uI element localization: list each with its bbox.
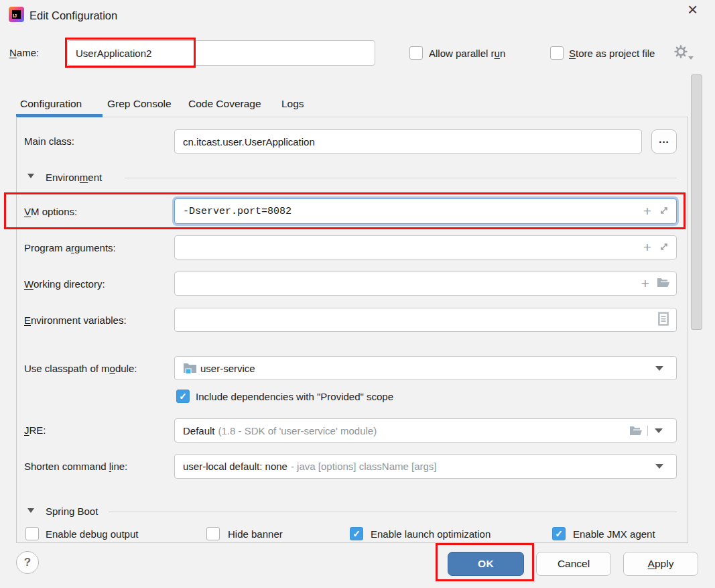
enable-debug-output-label[interactable]: Enable debug output	[46, 528, 138, 540]
store-as-project-file-checkbox[interactable]	[550, 46, 564, 60]
environment-section-label[interactable]: Environment	[46, 172, 102, 183]
tab-configuration[interactable]: Configuration	[20, 98, 82, 110]
environment-variables-input[interactable]	[175, 308, 657, 331]
environment-collapse-icon[interactable]	[27, 174, 34, 178]
folder-icon[interactable]	[657, 278, 669, 290]
vertical-scrollbar-thumb[interactable]	[691, 74, 702, 330]
tab-grep-console[interactable]: Grep Console	[107, 98, 172, 110]
shorten-dropdown-arrow-icon[interactable]	[649, 455, 669, 478]
expand-vm-options-icon[interactable]	[659, 205, 669, 218]
program-arguments-input[interactable]	[175, 236, 643, 259]
add-working-directory-icon[interactable]: +	[641, 276, 649, 290]
spring-boot-separator	[109, 512, 677, 512]
vm-options-field[interactable]: +	[174, 198, 677, 224]
module-combobox[interactable]: user-service	[174, 356, 677, 380]
environment-separator	[125, 178, 677, 178]
environment-variables-field[interactable]	[174, 308, 677, 332]
allow-parallel-run-checkbox[interactable]	[409, 46, 423, 60]
spring-boot-collapse-icon[interactable]	[27, 508, 34, 513]
name-label: Name:	[9, 47, 39, 58]
jre-value-hint: (1.8 - SDK of 'user-service' module)	[218, 425, 377, 436]
shorten-value-hint: - java [options] className [args]	[291, 461, 437, 472]
ok-button[interactable]: OK	[448, 552, 524, 576]
include-dependencies-checkbox[interactable]: ✓	[176, 390, 190, 403]
use-classpath-label: Use classpath of module:	[24, 363, 137, 374]
edit-configuration-dialog: IJ Edit Configuration × Name: Allow para…	[0, 0, 715, 588]
main-class-field[interactable]	[174, 129, 642, 154]
vm-options-label: VM options:	[24, 206, 77, 217]
shorten-command-line-label: Shorten command line:	[24, 461, 127, 472]
enable-launch-optimization-label[interactable]: Enable launch optimization	[371, 528, 491, 540]
name-field[interactable]	[67, 40, 375, 66]
jre-combobox[interactable]: Default (1.8 - SDK of 'user-service' mod…	[174, 418, 677, 443]
jre-browse-folder-icon[interactable]	[629, 426, 642, 436]
expand-program-arguments-icon[interactable]	[659, 241, 669, 254]
tab-logs[interactable]: Logs	[281, 98, 304, 110]
gear-icon[interactable]	[673, 44, 688, 61]
tab-code-coverage[interactable]: Code Coverage	[188, 98, 261, 110]
store-as-project-file-label[interactable]: Store as project file	[569, 48, 655, 59]
jre-dropdown-arrow-icon[interactable]	[647, 426, 669, 436]
environment-variables-label: Environment variables:	[24, 314, 127, 326]
enable-jmx-agent-checkbox[interactable]: ✓	[552, 527, 566, 540]
gear-dropdown-caret-icon	[688, 56, 694, 60]
main-class-input[interactable]	[175, 130, 635, 153]
jre-label: JRE:	[24, 424, 46, 436]
spring-boot-options-row: Enable debug output Hide banner ✓ Enable…	[17, 522, 688, 543]
browse-main-class-button[interactable]: ...	[651, 129, 677, 154]
allow-parallel-run-label[interactable]: Allow parallel run	[429, 48, 505, 59]
jre-value: Default	[183, 425, 215, 436]
main-class-label: Main class:	[24, 135, 74, 147]
module-folder-icon	[183, 362, 197, 374]
enable-jmx-agent-label[interactable]: Enable JMX agent	[573, 528, 655, 540]
spring-boot-section-label[interactable]: Spring Boot	[46, 506, 98, 517]
apply-button[interactable]: Apply	[623, 552, 698, 576]
hide-banner-label[interactable]: Hide banner	[228, 528, 283, 540]
add-vm-option-icon[interactable]: +	[643, 204, 651, 218]
help-button[interactable]: ?	[16, 551, 39, 574]
working-directory-field[interactable]: +	[174, 272, 677, 296]
module-dropdown-arrow-icon[interactable]	[649, 357, 669, 379]
program-arguments-label: Program arguments:	[24, 242, 116, 253]
enable-launch-optimization-checkbox[interactable]: ✓	[350, 527, 363, 540]
shorten-value: user-local default: none	[183, 461, 287, 472]
cancel-button[interactable]: Cancel	[536, 552, 611, 576]
program-arguments-field[interactable]: +	[174, 235, 677, 259]
environment-variables-list-icon[interactable]	[657, 312, 669, 328]
vm-options-input[interactable]	[175, 199, 643, 223]
add-program-argument-icon[interactable]: +	[643, 240, 651, 254]
include-dependencies-label[interactable]: Include dependencies with "Provided" sco…	[196, 391, 393, 402]
hide-banner-checkbox[interactable]	[206, 527, 220, 540]
working-directory-input[interactable]	[175, 272, 641, 295]
module-value: user-service	[200, 363, 255, 374]
name-input[interactable]	[68, 41, 368, 65]
close-icon[interactable]: ×	[688, 1, 698, 18]
intellij-logo-icon: IJ	[9, 7, 24, 22]
enable-debug-output-checkbox[interactable]	[25, 527, 39, 540]
working-directory-label: Working directory:	[24, 278, 105, 290]
dialog-title: Edit Configuration	[29, 9, 117, 22]
shorten-command-line-combobox[interactable]: user-local default: none - java [options…	[174, 454, 677, 479]
